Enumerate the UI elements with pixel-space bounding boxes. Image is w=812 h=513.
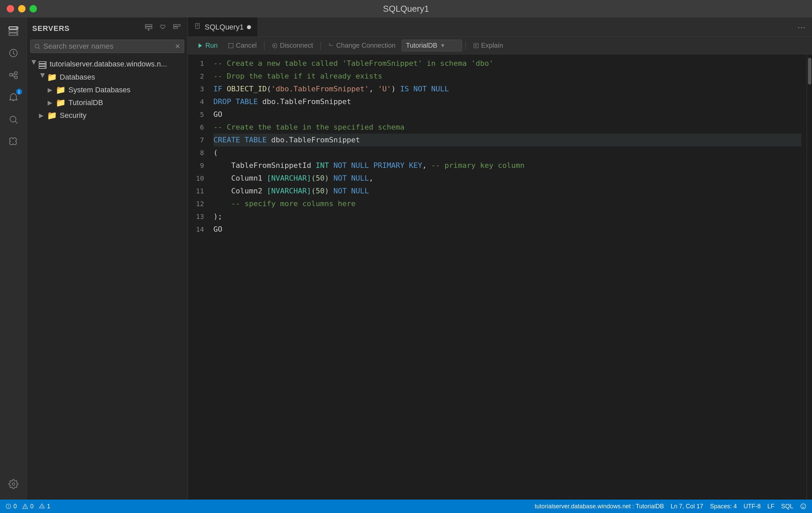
new-server-icon[interactable] — [143, 22, 154, 35]
line-number: 12 — [188, 197, 204, 210]
warning-icon — [22, 503, 28, 509]
code-line[interactable]: -- Create the table in the specified sch… — [213, 121, 801, 134]
code-token: (50) — [311, 185, 333, 197]
code-line[interactable]: -- specify more columns here — [213, 197, 801, 210]
line-number: 9 — [188, 159, 204, 172]
svg-line-13 — [15, 122, 17, 124]
chevron-down-icon: ▼ — [440, 43, 445, 49]
more-actions-icon[interactable] — [171, 22, 182, 35]
status-warnings[interactable]: 0 — [22, 503, 34, 510]
code-line[interactable]: Column2 [NVARCHAR](50) NOT NULL — [213, 185, 801, 197]
line-number: 13 — [188, 210, 204, 223]
status-language[interactable]: SQL — [781, 503, 793, 510]
disconnect-icon — [272, 43, 278, 49]
status-face-icon[interactable] — [800, 503, 807, 510]
code-token — [213, 197, 231, 210]
activity-notifications[interactable]: 1 — [3, 87, 24, 107]
line-number: 7 — [188, 134, 204, 146]
code-token: ( — [267, 83, 271, 96]
code-token: NOT NULL — [334, 172, 369, 185]
editor-scrollbar[interactable] — [807, 54, 812, 500]
code-line[interactable]: ( — [213, 146, 801, 159]
code-line[interactable]: CREATE TABLE dbo.TableFromSnippet — [213, 134, 801, 146]
code-token: CREATE TABLE — [213, 134, 271, 146]
code-token: NOT NULL — [334, 185, 369, 197]
svg-rect-7 — [9, 74, 12, 76]
change-connection-button[interactable]: Change Connection — [324, 40, 400, 51]
tab-more-button[interactable]: ··· — [791, 18, 812, 36]
status-errors[interactable]: 0 — [5, 503, 17, 510]
status-bar: 0 0 1 tutorialserver.database.windows.ne… — [0, 500, 812, 513]
status-position[interactable]: Ln 7, Col 17 — [671, 503, 703, 510]
activity-search[interactable] — [3, 109, 24, 130]
tab-sqlquery1[interactable]: SQLQuery1 — [188, 18, 258, 36]
warning-count: 0 — [30, 503, 34, 510]
line-number: 10 — [188, 172, 204, 185]
disconnect-button[interactable]: Disconnect — [268, 40, 317, 51]
code-line[interactable]: -- Create a new table called 'TableFromS… — [213, 57, 801, 70]
activity-bar: 1 — [0, 18, 27, 500]
cancel-button[interactable]: Cancel — [224, 40, 261, 51]
search-clear-icon[interactable]: ✕ — [175, 42, 180, 50]
status-spaces[interactable]: Spaces: 4 — [710, 503, 737, 510]
status-line-ending[interactable]: LF — [767, 503, 775, 510]
tree-item-systemdbs[interactable]: ▶ 📁 System Databases — [27, 84, 187, 96]
tree-arrow-server: ▶ — [31, 60, 38, 68]
separator-3 — [465, 42, 466, 50]
code-line[interactable]: Column1 [NVARCHAR](50) NOT NULL, — [213, 172, 801, 185]
sidebar-title: SERVERS — [32, 24, 70, 33]
tree-item-server[interactable]: ▶ tutorialserver.database.windows.n... — [27, 58, 187, 71]
activity-connections[interactable] — [3, 65, 24, 85]
run-button[interactable]: Run — [193, 40, 222, 51]
code-token: OBJECT_ID — [227, 83, 267, 96]
code-line[interactable]: IF OBJECT_ID('dbo.TableFromSnippet', 'U'… — [213, 83, 801, 96]
svg-point-48 — [801, 504, 806, 509]
code-content[interactable]: -- Create a new table called 'TableFromS… — [208, 54, 807, 500]
traffic-lights — [7, 5, 37, 12]
svg-point-12 — [10, 116, 16, 122]
run-icon — [197, 43, 203, 49]
notification-badge: 1 — [16, 89, 22, 95]
code-token: Column1 — [213, 172, 267, 185]
status-right: tutorialserver.database.windows.net : Tu… — [535, 503, 807, 510]
svg-marker-33 — [199, 43, 202, 48]
connection-dropdown[interactable]: TutorialDB ▼ — [402, 39, 462, 51]
code-line[interactable]: DROP TABLE dbo.TableFromSnippet — [213, 96, 801, 108]
activity-servers[interactable] — [3, 21, 24, 41]
code-line[interactable]: -- Drop the table if it already exists — [213, 70, 801, 83]
status-server[interactable]: tutorialserver.database.windows.net : Tu… — [535, 503, 664, 510]
activity-settings[interactable] — [3, 474, 24, 494]
tree-item-security[interactable]: ▶ 📁 Security — [27, 109, 187, 122]
line-number: 1 — [188, 57, 204, 70]
window-title: SQLQuery1 — [383, 4, 429, 14]
status-alerts[interactable]: 1 — [39, 503, 50, 510]
search-input[interactable] — [43, 42, 172, 51]
collapse-all-icon[interactable] — [157, 22, 168, 35]
scrollbar-thumb[interactable] — [808, 58, 811, 85]
title-bar: SQLQuery1 — [0, 0, 812, 18]
minimize-button[interactable] — [18, 5, 26, 12]
code-token: [NVARCHAR] — [267, 185, 311, 197]
search-box[interactable]: ✕ — [30, 39, 184, 53]
code-token: NOT NULL — [334, 159, 373, 172]
svg-rect-16 — [145, 27, 152, 29]
close-button[interactable] — [7, 5, 14, 12]
activity-extensions[interactable] — [3, 132, 24, 152]
code-token: , — [423, 159, 432, 172]
explain-button[interactable]: Explain — [469, 40, 508, 51]
activity-history[interactable] — [3, 43, 24, 63]
server-label: tutorialserver.database.windows.n... — [50, 60, 167, 69]
code-line[interactable]: ); — [213, 210, 801, 223]
tree-item-tutorialdb[interactable]: ▶ 📁 TutorialDB — [27, 96, 187, 109]
server-icon — [38, 59, 47, 69]
code-line[interactable]: TableFromSnippetId INT NOT NULL PRIMARY … — [213, 159, 801, 172]
maximize-button[interactable] — [30, 5, 37, 12]
tab-label: SQLQuery1 — [205, 23, 243, 32]
svg-point-14 — [12, 483, 15, 485]
code-line[interactable]: GO — [213, 223, 801, 236]
code-editor[interactable]: 1234567891011121314 -- Create a new tabl… — [188, 54, 812, 500]
tree-item-databases[interactable]: ▶ 📁 Databases — [27, 71, 187, 84]
code-line[interactable]: GO — [213, 108, 801, 121]
code-token: DROP TABLE — [213, 96, 262, 108]
status-encoding[interactable]: UTF-8 — [744, 503, 761, 510]
